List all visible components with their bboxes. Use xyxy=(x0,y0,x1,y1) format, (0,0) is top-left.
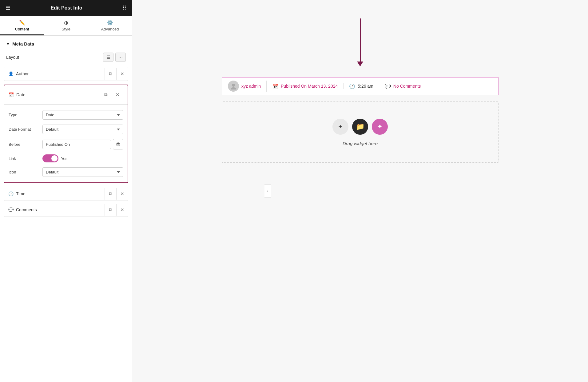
content-tab-icon: ✏️ xyxy=(19,20,25,26)
right-panel: xyz admin 📅 Published On March 13, 2024 … xyxy=(132,0,588,382)
svg-point-0 xyxy=(232,84,235,87)
author-label: Author xyxy=(16,71,29,76)
type-select[interactable]: Date Time DateTime xyxy=(42,110,123,120)
date-expanded-section: 📅 Date ⧉ ✕ Type Date Time DateTime Date … xyxy=(4,85,128,183)
panel-header: ☰ Edit Post Info ⠿ xyxy=(0,0,132,16)
tab-advanced-label: Advanced xyxy=(101,27,119,31)
meta-author-item: xyz admin xyxy=(222,81,267,92)
comments-delete-btn[interactable]: ✕ xyxy=(116,204,128,216)
time-duplicate-btn[interactable]: ⧉ xyxy=(105,188,116,200)
link-toggle[interactable] xyxy=(42,154,58,162)
tab-content[interactable]: ✏️ Content xyxy=(0,16,44,35)
link-label: Link xyxy=(9,156,39,161)
avatar xyxy=(228,81,239,92)
drag-area: + 📁 ✦ Drag widget here xyxy=(222,101,499,163)
before-icon-btn[interactable]: ⛃ xyxy=(113,139,123,149)
svg-point-1 xyxy=(231,87,236,90)
time-row-label: 🕐 Time xyxy=(4,187,105,201)
date-label: Date xyxy=(16,92,26,97)
tab-style[interactable]: ◑ Style xyxy=(44,16,88,35)
author-name: xyz admin xyxy=(241,84,261,89)
list-layout-btn[interactable]: ☰ xyxy=(103,53,113,62)
arrow-head xyxy=(357,62,363,66)
author-row: 👤 Author ⧉ ✕ xyxy=(4,67,128,81)
type-label: Type xyxy=(9,113,39,117)
icon-select[interactable]: Default Custom None xyxy=(42,167,123,177)
meta-time-item: 🕐 5:26 am xyxy=(344,83,379,89)
drag-text: Drag widget here xyxy=(343,141,378,146)
time-display: 5:26 am xyxy=(358,84,373,89)
tab-advanced[interactable]: ⚙️ Advanced xyxy=(88,16,132,35)
tab-style-label: Style xyxy=(62,27,70,31)
tabs-bar: ✏️ Content ◑ Style ⚙️ Advanced xyxy=(0,16,132,36)
date-delete-btn[interactable]: ✕ xyxy=(112,89,123,101)
folder-btn[interactable]: 📁 xyxy=(352,119,368,135)
date-form-body: Type Date Time DateTime Date Format Defa… xyxy=(4,105,128,182)
link-toggle-container: Yes xyxy=(42,154,67,162)
toggle-yes-label: Yes xyxy=(61,156,67,161)
author-icon: 👤 xyxy=(8,71,14,76)
post-meta-bar: xyz admin 📅 Published On March 13, 2024 … xyxy=(222,77,499,95)
toggle-slider xyxy=(42,154,58,162)
panel-title: Edit Post Info xyxy=(50,5,82,11)
grid-layout-btn[interactable]: ⋯ xyxy=(115,53,126,62)
style-tab-icon: ◑ xyxy=(64,20,68,26)
icon-label: Icon xyxy=(9,170,39,174)
comments-label: Comments xyxy=(16,207,37,212)
before-input[interactable] xyxy=(42,140,111,149)
time-delete-btn[interactable]: ✕ xyxy=(116,188,128,200)
date-format-label: Date Format xyxy=(9,127,39,132)
date-expanded-header: 📅 Date ⧉ ✕ xyxy=(4,85,128,105)
comments-icon: 💬 xyxy=(8,207,14,212)
author-row-label: 👤 Author xyxy=(4,67,105,81)
section-title: Meta Data xyxy=(12,41,34,46)
collapse-panel-btn[interactable]: ‹ xyxy=(264,184,271,198)
author-duplicate-btn[interactable]: ⧉ xyxy=(105,68,116,80)
arrow-line xyxy=(360,18,361,62)
meta-comments-item: 💬 No Comments xyxy=(379,83,426,89)
comments-display: No Comments xyxy=(393,84,421,89)
drag-buttons: + 📁 ✦ xyxy=(332,119,388,135)
layout-row: Layout ☰ ⋯ xyxy=(0,50,132,67)
layout-label: Layout xyxy=(6,55,19,60)
section-header[interactable]: ▼ Meta Data xyxy=(0,36,132,50)
meta-date-item: 📅 Published On March 13, 2024 xyxy=(267,83,344,89)
before-row: Before ⛃ xyxy=(9,137,123,152)
comments-row-label: 💬 Comments xyxy=(4,203,105,217)
arrow-down xyxy=(357,18,363,66)
time-label: Time xyxy=(16,191,26,196)
tab-content-label: Content xyxy=(15,27,29,31)
before-label: Before xyxy=(9,142,39,147)
time-icon: 🕐 xyxy=(8,191,14,196)
hamburger-icon[interactable]: ☰ xyxy=(6,5,10,11)
published-date: Published On March 13, 2024 xyxy=(281,84,338,89)
author-delete-btn[interactable]: ✕ xyxy=(116,68,128,80)
magic-btn[interactable]: ✦ xyxy=(372,119,388,135)
date-format-row: Date Format Default Custom xyxy=(9,122,123,137)
section-arrow-icon: ▼ xyxy=(6,42,10,46)
type-row: Type Date Time DateTime xyxy=(9,108,123,122)
grid-icon[interactable]: ⠿ xyxy=(122,5,126,11)
date-icon: 📅 xyxy=(9,92,14,97)
comments-row: 💬 Comments ⧉ ✕ xyxy=(4,203,128,217)
left-panel: ☰ Edit Post Info ⠿ ✏️ Content ◑ Style ⚙️… xyxy=(0,0,132,382)
date-format-select[interactable]: Default Custom xyxy=(42,125,123,134)
date-duplicate-btn[interactable]: ⧉ xyxy=(100,89,112,101)
link-row: Link Yes xyxy=(9,152,123,165)
comments-duplicate-btn[interactable]: ⧉ xyxy=(105,204,116,216)
calendar-icon: 📅 xyxy=(272,83,278,89)
icon-row: Icon Default Custom None xyxy=(9,165,123,179)
advanced-tab-icon: ⚙️ xyxy=(107,20,113,26)
add-widget-btn[interactable]: + xyxy=(332,119,348,135)
time-row: 🕐 Time ⧉ ✕ xyxy=(4,187,128,201)
layout-icons: ☰ ⋯ xyxy=(103,53,126,62)
clock-icon: 🕐 xyxy=(349,83,355,89)
comment-icon: 💬 xyxy=(385,83,391,89)
date-row-label: 📅 Date xyxy=(9,92,100,97)
